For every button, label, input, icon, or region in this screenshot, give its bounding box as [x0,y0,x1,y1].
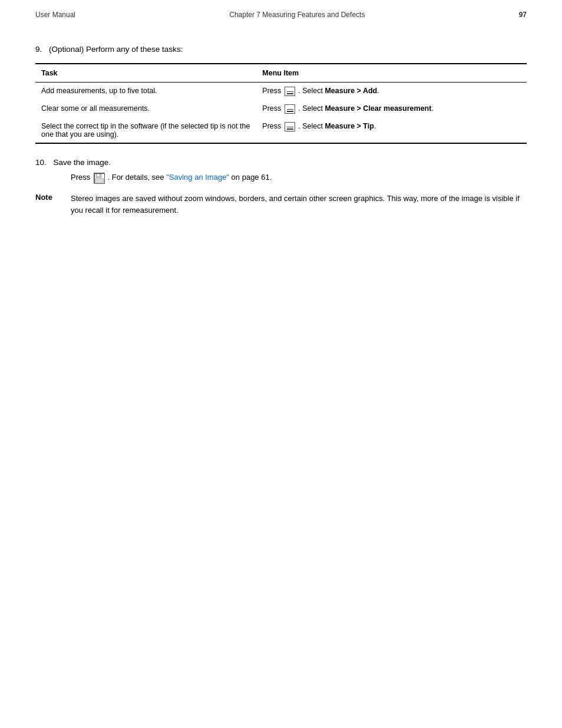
svg-rect-3 [95,179,104,183]
link-text: "Saving an Image" [166,173,229,182]
table-row: Add measurements, up to five total. Pres… [35,83,527,101]
menu-action-2: . Select Measure > Clear measurement. [298,104,434,113]
step-10-for-details: . For details, see [107,173,166,182]
step-10-press: Press [71,173,92,182]
step-10-body: Press . For details, see "Saving an Imag… [35,173,527,183]
note-label: Note [35,193,61,216]
step-10-text: Save the image. [54,158,111,167]
menu-icon-2 [285,104,295,114]
step-9-heading: 9. (Optional) Perform any of these tasks… [35,45,527,54]
task-cell-3: Select the correct tip in the software (… [35,118,256,143]
step-9-section: 9. (Optional) Perform any of these tasks… [35,45,527,144]
menu-icon-1 [285,87,295,96]
press-label-1: Press [262,87,283,95]
page: User Manual Chapter 7 Measuring Features… [0,0,562,728]
menu-cell-1: Press . Select Measure > Add. [256,83,527,101]
menu-action-1: . Select Measure > Add. [298,87,379,95]
col-menu-header: Menu Item [256,64,527,83]
header-chapter-title: Chapter 7 Measuring Features and Defects [229,11,365,19]
save-icon [94,173,104,183]
saving-image-link[interactable]: "Saving an Image" [166,173,231,182]
step-10-heading: 10. Save the image. [35,158,527,167]
step-9-number: 9. [35,45,42,54]
note-block: Note Stereo images are saved without zoo… [35,193,527,216]
step-9-text: (Optional) Perform any of these tasks: [49,45,183,54]
menu-cell-2: Press . Select Measure > Clear measureme… [256,100,527,118]
table-header-row: Task Menu Item [35,64,527,83]
menu-cell-3: Press . Select Measure > Tip. [256,118,527,143]
menu-icon-3 [285,122,295,131]
step-10-page-ref: on page 61. [232,173,272,182]
header-page-number: 97 [519,11,527,19]
col-task-header: Task [35,64,256,83]
tasks-table: Task Menu Item Add measurements, up to f… [35,63,527,144]
main-content: 9. (Optional) Perform any of these tasks… [0,27,562,252]
step-10-number: 10. [35,158,47,167]
note-text: Stereo images are saved without zoom win… [71,193,527,216]
table-row: Select the correct tip in the software (… [35,118,527,143]
step-10-section: 10. Save the image. Press . For details,… [35,158,527,216]
menu-action-3: . Select Measure > Tip. [298,122,376,130]
table-row: Clear some or all measurements. Press [35,100,527,118]
task-text-1: Add measurements, up to five total. [41,87,157,95]
task-text-3: Select the correct tip in the software (… [41,122,250,139]
press-label-3: Press [262,122,283,130]
svg-rect-2 [97,174,99,176]
header-manual-title: User Manual [35,11,75,19]
task-cell-1: Add measurements, up to five total. [35,83,256,101]
task-text-2: Clear some or all measurements. [41,104,150,113]
press-label-2: Press [262,104,283,113]
task-cell-2: Clear some or all measurements. [35,100,256,118]
page-header: User Manual Chapter 7 Measuring Features… [0,0,562,27]
